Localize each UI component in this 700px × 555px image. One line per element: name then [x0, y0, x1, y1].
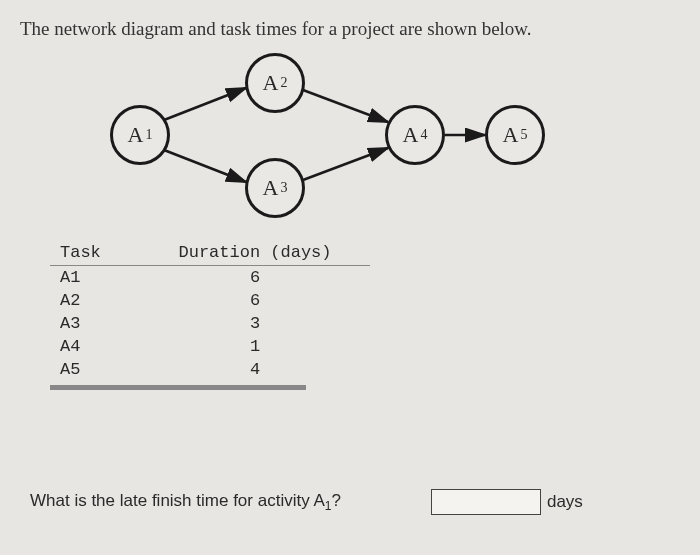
question-suffix: ? [331, 491, 340, 510]
table-row: A5 4 [50, 358, 370, 381]
answer-unit: days [547, 492, 583, 512]
node-a1-sub: 1 [145, 127, 152, 143]
duration-table: Task Duration (days) A1 6 A2 6 A3 3 A4 1… [50, 240, 370, 390]
intro-text: The network diagram and task times for a… [20, 18, 680, 40]
svg-line-2 [303, 90, 388, 122]
node-a3-sub: 3 [280, 180, 287, 196]
question-prefix: What is the late finish time for activit… [30, 491, 325, 510]
table-row: A2 6 [50, 289, 370, 312]
node-a4: A4 [385, 105, 445, 165]
answer-input[interactable] [431, 489, 541, 515]
cell-duration: 1 [160, 337, 350, 356]
node-a1-base: A [128, 122, 144, 148]
node-a3: A3 [245, 158, 305, 218]
table-row: A4 1 [50, 335, 370, 358]
node-a3-base: A [263, 175, 279, 201]
node-a4-base: A [403, 122, 419, 148]
svg-line-1 [164, 150, 246, 182]
svg-line-0 [164, 88, 246, 120]
node-a5-base: A [503, 122, 519, 148]
cell-duration: 4 [160, 360, 350, 379]
table-header-row: Task Duration (days) [50, 240, 370, 266]
node-a4-sub: 4 [420, 127, 427, 143]
cell-task: A1 [50, 268, 160, 287]
network-diagram: A1 A2 A3 A4 A5 [90, 50, 630, 220]
question-text: What is the late finish time for activit… [30, 491, 341, 513]
table-bottom-rule [50, 385, 370, 390]
cell-task: A4 [50, 337, 160, 356]
question-row: What is the late finish time for activit… [30, 489, 680, 515]
cell-duration: 6 [160, 291, 350, 310]
svg-line-3 [303, 148, 388, 180]
node-a2-sub: 2 [280, 75, 287, 91]
table-row: A3 3 [50, 312, 370, 335]
node-a5: A5 [485, 105, 545, 165]
cell-task: A3 [50, 314, 160, 333]
table-row: A1 6 [50, 266, 370, 289]
cell-task: A5 [50, 360, 160, 379]
cell-task: A2 [50, 291, 160, 310]
node-a5-sub: 5 [520, 127, 527, 143]
node-a2: A2 [245, 53, 305, 113]
diagram-arrows [90, 50, 630, 220]
cell-duration: 3 [160, 314, 350, 333]
header-duration: Duration (days) [160, 243, 350, 262]
node-a2-base: A [263, 70, 279, 96]
header-task: Task [50, 243, 160, 262]
cell-duration: 6 [160, 268, 350, 287]
node-a1: A1 [110, 105, 170, 165]
